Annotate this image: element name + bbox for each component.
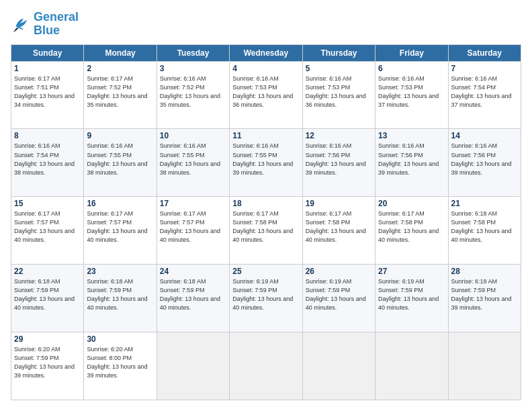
calendar-empty-cell (448, 332, 521, 400)
calendar-day-25: 25Sunrise: 6:19 AMSunset: 7:59 PMDayligh… (230, 265, 302, 332)
calendar-day-17: 17Sunrise: 6:17 AMSunset: 7:57 PMDayligh… (157, 197, 229, 265)
calendar-day-24: 24Sunrise: 6:18 AMSunset: 7:59 PMDayligh… (157, 265, 229, 332)
calendar-day-10: 10Sunrise: 6:16 AMSunset: 7:55 PMDayligh… (157, 129, 229, 197)
logo-text: General Blue (34, 11, 79, 38)
calendar-day-19: 19Sunrise: 6:17 AMSunset: 7:58 PMDayligh… (302, 197, 375, 265)
weekday-saturday: Saturday (448, 44, 521, 61)
calendar-day-30: 30Sunrise: 6:20 AMSunset: 8:00 PMDayligh… (84, 332, 157, 400)
page-header: General Blue (11, 11, 521, 38)
calendar-day-13: 13Sunrise: 6:16 AMSunset: 7:56 PMDayligh… (375, 129, 448, 197)
calendar-table: SundayMondayTuesdayWednesdayThursdayFrid… (11, 44, 521, 400)
calendar-day-6: 6Sunrise: 6:16 AMSunset: 7:53 PMDaylight… (375, 61, 448, 129)
calendar-day-28: 28Sunrise: 6:19 AMSunset: 7:59 PMDayligh… (448, 265, 521, 332)
calendar-day-21: 21Sunrise: 6:18 AMSunset: 7:58 PMDayligh… (448, 197, 521, 265)
calendar-week-2: 8Sunrise: 6:16 AMSunset: 7:54 PMDaylight… (11, 129, 521, 197)
weekday-sunday: Sunday (11, 44, 84, 61)
calendar-day-9: 9Sunrise: 6:16 AMSunset: 7:55 PMDaylight… (84, 129, 157, 197)
weekday-monday: Monday (84, 44, 157, 61)
calendar-day-27: 27Sunrise: 6:19 AMSunset: 7:59 PMDayligh… (375, 265, 448, 332)
calendar-week-4: 22Sunrise: 6:18 AMSunset: 7:59 PMDayligh… (11, 265, 521, 332)
calendar-day-26: 26Sunrise: 6:19 AMSunset: 7:59 PMDayligh… (302, 265, 375, 332)
calendar-day-8: 8Sunrise: 6:16 AMSunset: 7:54 PMDaylight… (11, 129, 84, 197)
calendar-empty-cell (157, 332, 229, 400)
weekday-wednesday: Wednesday (230, 44, 302, 61)
logo-icon (11, 15, 30, 34)
weekday-header-row: SundayMondayTuesdayWednesdayThursdayFrid… (11, 44, 521, 61)
calendar-day-1: 1Sunrise: 6:17 AMSunset: 7:51 PMDaylight… (11, 61, 84, 129)
calendar-week-1: 1Sunrise: 6:17 AMSunset: 7:51 PMDaylight… (11, 61, 521, 129)
calendar-day-23: 23Sunrise: 6:18 AMSunset: 7:59 PMDayligh… (84, 265, 157, 332)
calendar-day-20: 20Sunrise: 6:17 AMSunset: 7:58 PMDayligh… (375, 197, 448, 265)
calendar-day-2: 2Sunrise: 6:17 AMSunset: 7:52 PMDaylight… (84, 61, 157, 129)
calendar-day-12: 12Sunrise: 6:16 AMSunset: 7:56 PMDayligh… (302, 129, 375, 197)
weekday-thursday: Thursday (302, 44, 375, 61)
calendar-day-14: 14Sunrise: 6:16 AMSunset: 7:56 PMDayligh… (448, 129, 521, 197)
calendar-day-16: 16Sunrise: 6:17 AMSunset: 7:57 PMDayligh… (84, 197, 157, 265)
calendar-day-5: 5Sunrise: 6:16 AMSunset: 7:53 PMDaylight… (302, 61, 375, 129)
calendar-day-4: 4Sunrise: 6:16 AMSunset: 7:53 PMDaylight… (230, 61, 302, 129)
calendar-day-7: 7Sunrise: 6:16 AMSunset: 7:54 PMDaylight… (448, 61, 521, 129)
weekday-tuesday: Tuesday (157, 44, 229, 61)
calendar-week-5: 29Sunrise: 6:20 AMSunset: 7:59 PMDayligh… (11, 332, 521, 400)
calendar-empty-cell (302, 332, 375, 400)
calendar-day-11: 11Sunrise: 6:16 AMSunset: 7:55 PMDayligh… (230, 129, 302, 197)
calendar-day-22: 22Sunrise: 6:18 AMSunset: 7:59 PMDayligh… (11, 265, 84, 332)
logo: General Blue (11, 11, 79, 38)
calendar-day-18: 18Sunrise: 6:17 AMSunset: 7:58 PMDayligh… (230, 197, 302, 265)
calendar-empty-cell (375, 332, 448, 400)
weekday-friday: Friday (375, 44, 448, 61)
calendar-day-29: 29Sunrise: 6:20 AMSunset: 7:59 PMDayligh… (11, 332, 84, 400)
calendar-day-15: 15Sunrise: 6:17 AMSunset: 7:57 PMDayligh… (11, 197, 84, 265)
calendar-week-3: 15Sunrise: 6:17 AMSunset: 7:57 PMDayligh… (11, 197, 521, 265)
calendar-day-3: 3Sunrise: 6:16 AMSunset: 7:52 PMDaylight… (157, 61, 229, 129)
calendar-empty-cell (230, 332, 302, 400)
